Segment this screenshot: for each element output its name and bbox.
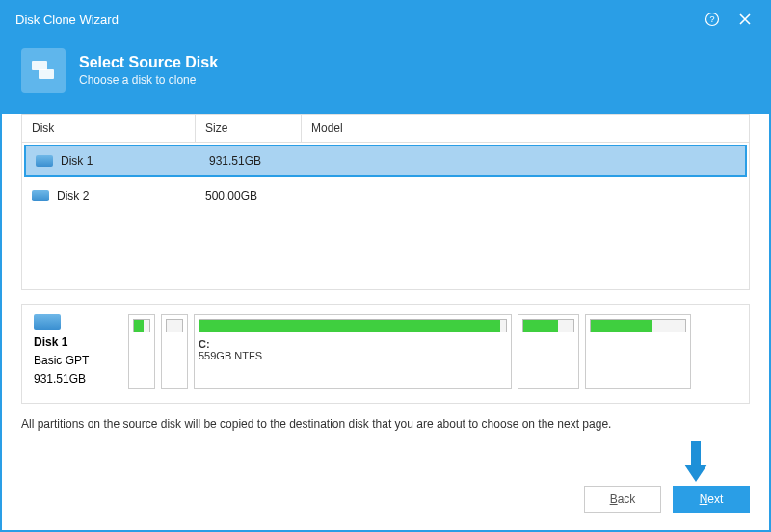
disk-size-cell: 931.51GB bbox=[199, 154, 306, 168]
col-header-model[interactable]: Model bbox=[302, 115, 749, 142]
partition-label: C: bbox=[199, 338, 507, 350]
detail-disk-size: 931.51GB bbox=[34, 370, 120, 388]
wizard-window: Disk Clone Wizard ? Select Source Disk C… bbox=[0, 0, 771, 532]
wizard-header: Select Source Disk Choose a disk to clon… bbox=[2, 37, 769, 114]
window-title: Disk Clone Wizard bbox=[15, 13, 119, 27]
partition-list: C:559GB NTFS bbox=[128, 314, 737, 389]
col-header-disk[interactable]: Disk bbox=[22, 115, 196, 142]
detail-disk-type: Basic GPT bbox=[34, 352, 120, 370]
disk-name-cell: Disk 1 bbox=[61, 154, 93, 168]
partition[interactable] bbox=[128, 314, 155, 389]
close-icon[interactable] bbox=[734, 9, 756, 30]
disk-name-cell: Disk 2 bbox=[57, 189, 89, 202]
detail-disk-name: Disk 1 bbox=[34, 333, 120, 352]
col-header-size[interactable]: Size bbox=[196, 115, 302, 142]
partition-panel: Disk 1 Basic GPT 931.51GB C:559GB NTFS bbox=[21, 304, 750, 404]
back-button[interactable]: Back bbox=[584, 486, 661, 513]
partition[interactable] bbox=[161, 314, 188, 389]
disk-icon bbox=[32, 190, 49, 201]
partition-sub: 559GB NTFS bbox=[199, 350, 507, 361]
partition[interactable] bbox=[518, 314, 579, 389]
table-header: Disk Size Model bbox=[22, 115, 749, 143]
disk-size-cell: 500.00GB bbox=[196, 189, 302, 202]
table-body: Disk 1 931.51GB Disk 2 500.00GB bbox=[22, 145, 749, 289]
header-subtitle: Choose a disk to clone bbox=[79, 73, 218, 87]
partition[interactable] bbox=[585, 314, 691, 389]
svg-text:?: ? bbox=[709, 14, 714, 24]
partition[interactable]: C:559GB NTFS bbox=[194, 314, 512, 389]
disk-detail-info: Disk 1 Basic GPT 931.51GB bbox=[34, 314, 120, 389]
table-row[interactable]: Disk 2 500.00GB bbox=[22, 179, 749, 212]
titlebar: Disk Clone Wizard ? bbox=[2, 2, 769, 37]
hint-text: All partitions on the source disk will b… bbox=[21, 417, 750, 431]
disk-icon bbox=[36, 155, 53, 167]
help-icon[interactable]: ? bbox=[702, 9, 723, 30]
footer: Back Next bbox=[2, 470, 769, 530]
svg-rect-3 bbox=[39, 69, 54, 79]
svg-rect-2 bbox=[32, 61, 47, 70]
table-row[interactable]: Disk 1 931.51GB bbox=[24, 145, 747, 177]
next-button[interactable]: Next bbox=[673, 486, 750, 513]
header-title: Select Source Disk bbox=[79, 54, 218, 71]
disk-icon bbox=[34, 314, 61, 330]
disk-table: Disk Size Model Disk 1 931.51GB Disk 2 5… bbox=[21, 114, 750, 290]
disk-clone-icon bbox=[21, 48, 66, 93]
